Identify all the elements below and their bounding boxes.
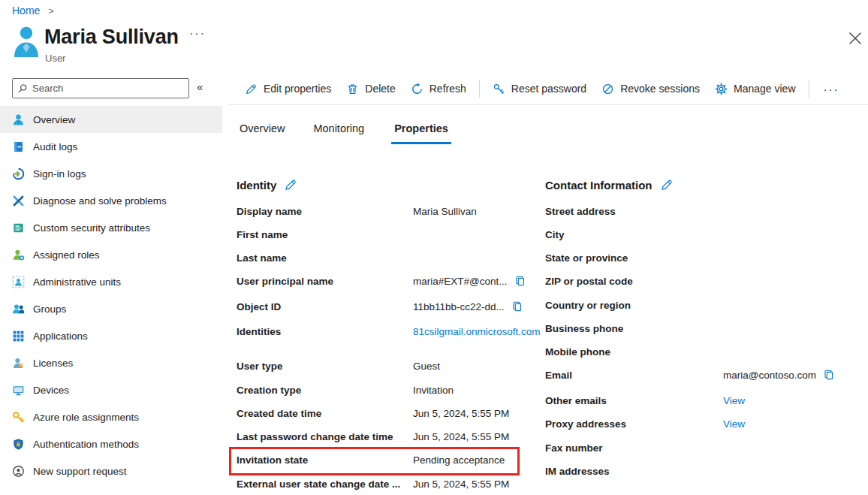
trash-icon [346, 83, 359, 95]
collapse-sidebar-icon[interactable]: « [197, 80, 203, 93]
toolbar-button-label: Manage view [734, 83, 796, 95]
field-row-last-password-change-date-time: Last password change date timeJun 5, 202… [237, 430, 546, 453]
sidebar-item-label: Devices [33, 385, 69, 396]
sidebar-item-sign-in-logs[interactable]: Sign-in logs [0, 160, 222, 187]
field-label: Object ID [237, 300, 413, 315]
field-row-mobile-phone: Mobile phone [545, 345, 856, 368]
page-title: Maria Sullivan [44, 26, 179, 49]
breadcrumb-home-link[interactable]: Home [12, 5, 40, 17]
refresh-icon [411, 83, 423, 95]
pencil-icon [245, 83, 258, 95]
sidebar-item-label: Groups [33, 303, 66, 315]
toolbar-divider [229, 104, 868, 105]
field-label: User principal name [237, 274, 413, 289]
field-row-external-user-state-change-date: External user state change date ...Jun 5… [237, 477, 546, 492]
key-icon [493, 83, 505, 95]
field-row-street-address: Street address [545, 204, 856, 228]
field-value-link[interactable]: 81csilgmail.onmicrosoft.com [413, 324, 546, 340]
sidebar-item-licenses[interactable]: Licenses [0, 349, 222, 376]
sidebar-item-devices[interactable]: Devices [0, 376, 222, 403]
field-label: Proxy addresses [545, 417, 723, 432]
field-label: Country or region [545, 298, 723, 313]
field-row-fax-number: Fax number [545, 441, 856, 464]
breadcrumb: Home > [12, 5, 54, 17]
title-more-icon[interactable]: ··· [189, 27, 206, 41]
toolbar-button-refresh[interactable]: Refresh [403, 83, 474, 95]
field-row-object-id: Object ID11bb11bb-cc22-dd... [237, 300, 546, 324]
administrative-units-icon [12, 276, 25, 288]
field-label: ZIP or postal code [545, 274, 723, 289]
toolbar-separator [809, 80, 809, 98]
field-label: Street address [545, 204, 723, 219]
toolbar-button-label: Delete [365, 83, 395, 95]
field-label: Last name [237, 251, 413, 266]
assigned-roles-icon [12, 249, 25, 261]
field-label: External user state change date ... [237, 477, 413, 492]
search-box[interactable] [12, 78, 189, 98]
field-value-link[interactable]: View [723, 417, 745, 432]
sidebar-item-groups[interactable]: Groups [0, 295, 222, 322]
sidebar-item-label: Administrative units [33, 276, 121, 288]
field-label: City [545, 228, 723, 243]
custom-security-attributes-icon [12, 222, 25, 234]
tab-monitoring[interactable]: Monitoring [312, 119, 366, 144]
sidebar-item-label: Azure role assignments [33, 412, 139, 423]
field-label: First name [237, 228, 413, 243]
sidebar-item-custom-security-attributes[interactable]: Custom security attributes [0, 214, 222, 241]
copy-icon-wrap[interactable] [511, 300, 523, 317]
sidebar-item-label: Authentication methods [33, 439, 139, 450]
toolbar-button-manage-view[interactable]: Manage view [707, 83, 803, 95]
edit-contact-icon[interactable] [660, 178, 674, 192]
field-row-user-type: User typeGuest [237, 359, 546, 383]
field-row-display-name: Display nameMaria Sullivan [237, 204, 546, 228]
field-value: Jun 5, 2024, 5:55 PM [413, 477, 509, 492]
sidebar-item-overview[interactable]: Overview [0, 106, 222, 133]
sidebar-item-diagnose-and-solve-problems[interactable]: Diagnose and solve problems [0, 187, 222, 214]
toolbar-button-reset-password[interactable]: Reset password [485, 83, 594, 95]
toolbar-button-label: Reset password [511, 83, 586, 95]
sidebar-nav: OverviewAudit logsSign-in logsDiagnose a… [0, 106, 222, 484]
sidebar-item-assigned-roles[interactable]: Assigned roles [0, 241, 222, 268]
sidebar-item-audit-logs[interactable]: Audit logs [0, 133, 222, 160]
field-row-creation-type: Creation typeInvitation [237, 383, 546, 406]
copy-icon [514, 275, 526, 287]
field-label: Other emails [545, 394, 723, 409]
tab-properties[interactable]: Properties [391, 119, 451, 144]
field-label: User type [237, 359, 413, 374]
field-value-link[interactable]: View [723, 394, 745, 409]
edit-identity-icon[interactable] [284, 178, 297, 192]
field-label: IM addresses [545, 464, 723, 479]
sidebar-item-applications[interactable]: Applications [0, 322, 222, 349]
sidebar-item-azure-role-assignments[interactable]: Azure role assignments [0, 403, 222, 430]
toolbar-button-edit-properties[interactable]: Edit properties [237, 83, 339, 95]
tab-overview[interactable]: Overview [238, 119, 286, 144]
field-row-city: City [545, 228, 856, 251]
toolbar-button-delete[interactable]: Delete [339, 83, 402, 95]
sidebar-item-label: New support request [33, 466, 127, 477]
field-row-email: Emailmaria@contoso.com [545, 368, 856, 394]
sidebar-item-label: Overview [33, 114, 75, 125]
toolbar-button-revoke-sessions[interactable]: Revoke sessions [594, 83, 707, 95]
field-row-zip-or-postal-code: ZIP or postal code [545, 274, 856, 298]
close-icon[interactable] [845, 29, 865, 48]
field-value: 11bb11bb-cc22-dd... [413, 300, 505, 315]
sidebar-item-label: Applications [33, 331, 88, 342]
copy-icon-wrap[interactable] [823, 369, 835, 385]
sidebar-item-administrative-units[interactable]: Administrative units [0, 268, 222, 295]
search-icon [17, 83, 28, 94]
field-value: Maria Sullivan [413, 204, 477, 219]
toolbar-more-icon[interactable]: ··· [815, 83, 848, 95]
toolbar-button-label: Edit properties [264, 83, 331, 95]
sidebar-item-authentication-methods[interactable]: Authentication methods [0, 430, 222, 457]
key-yellow-icon [12, 411, 25, 424]
field-row-im-addresses: IM addresses [545, 464, 856, 479]
sidebar-item-new-support-request[interactable]: New support request [0, 457, 222, 484]
sidebar-item-label: Custom security attributes [33, 222, 150, 234]
copy-icon-wrap[interactable] [514, 275, 526, 291]
copy-icon [823, 369, 835, 381]
sidebar-item-label: Assigned roles [33, 249, 100, 261]
search-input[interactable] [32, 83, 184, 94]
field-row-proxy-addresses: Proxy addressesView [545, 417, 856, 441]
contact-section-title: Contact Information [545, 179, 653, 192]
field-label: Display name [237, 204, 413, 219]
